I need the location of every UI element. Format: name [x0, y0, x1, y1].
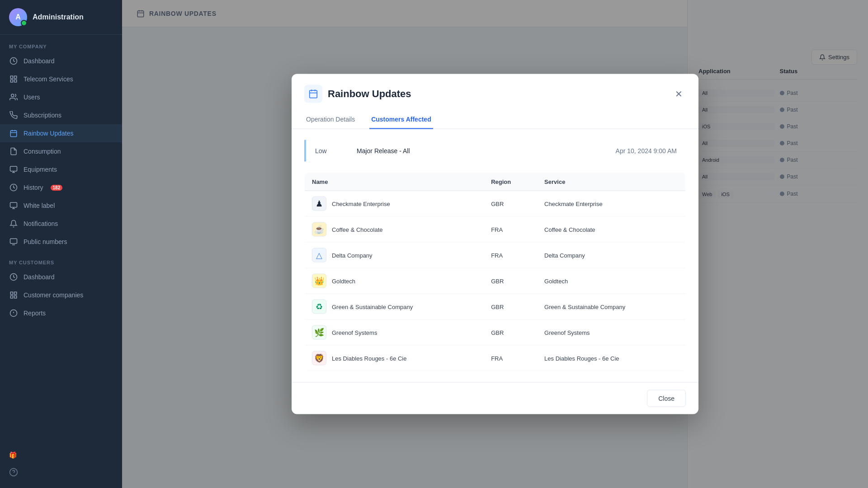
sidebar-item-label: Subscriptions [24, 112, 61, 119]
sidebar: A Administration MY COMPANY Dashboard Te… [0, 0, 122, 488]
my-customers-label: MY CUSTOMERS [0, 251, 122, 268]
sidebar-item-telecom[interactable]: Telecom Services [0, 70, 122, 88]
sidebar-item-label: Public numbers [24, 238, 67, 245]
gift-icon: 🎁 [9, 451, 17, 459]
sidebar-help[interactable] [9, 465, 113, 481]
table-row: ♟ Checkmate Enterprise GBR Checkmate Ent… [305, 191, 686, 216]
company-name: Checkmate Enterprise [332, 200, 390, 207]
main-content: RAINBOW UPDATES Settings Application Sta… [122, 0, 868, 488]
svg-rect-22 [10, 296, 13, 298]
tab-customers-affected[interactable]: Customers Affected [369, 110, 433, 129]
company-service: Greenof Systems [537, 319, 685, 345]
svg-rect-4 [14, 80, 17, 82]
company-service: Checkmate Enterprise [537, 191, 685, 216]
sidebar-item-white-label[interactable]: White label [0, 197, 122, 215]
table-row: 👑 Goldtech GBR Goldtech [305, 268, 686, 294]
sidebar-item-users[interactable]: Users [0, 88, 122, 106]
sidebar-item-label: Rainbow Updates [24, 130, 74, 137]
company-name: Delta Company [332, 252, 373, 258]
release-date-text: Apr 10, 2024 9:00 AM [616, 147, 677, 155]
svg-rect-14 [10, 202, 17, 207]
calendar-icon [308, 89, 318, 99]
table-row: 🌿 Greenof Systems GBR Greenof Systems [305, 319, 686, 345]
table-header: Name Region Service [305, 173, 686, 191]
sidebar-item-reports[interactable]: Reports [0, 304, 122, 322]
sidebar-item-cust-dashboard[interactable]: Dashboard [0, 268, 122, 286]
sidebar-item-history[interactable]: History 182 [0, 178, 122, 197]
avatar: A [9, 8, 27, 26]
company-cell: ♻ Green & Sustainable Company [312, 300, 476, 314]
svg-rect-10 [10, 166, 17, 171]
company-cell: ☕ Coffee & Chocolate [312, 222, 476, 237]
col-region: Region [484, 173, 537, 191]
users-icon [9, 93, 18, 102]
modal-icon-box [304, 85, 322, 103]
companies-icon [9, 291, 18, 300]
sidebar-item-label: White label [24, 202, 55, 209]
sidebar-item-subscriptions[interactable]: Subscriptions [0, 106, 122, 124]
tab-operation-details[interactable]: Operation Details [304, 110, 357, 129]
avatar-status-badge [21, 20, 27, 26]
company-cell: 🦁 Les Diables Rouges - 6e Cie [312, 351, 476, 366]
company-service: Green & Sustainable Company [537, 294, 685, 319]
notifications-icon [9, 219, 18, 228]
svg-rect-1 [10, 76, 13, 78]
company-logo: △ [312, 248, 326, 263]
sidebar-item-consumption[interactable]: Consumption [0, 142, 122, 160]
table-row: ☕ Coffee & Chocolate FRA Coffee & Chocol… [305, 216, 686, 242]
modal-footer: Close [292, 382, 698, 414]
modal-close-button[interactable]: ✕ [671, 87, 686, 101]
company-region: FRA [484, 345, 537, 371]
table-row: △ Delta Company FRA Delta Company [305, 242, 686, 268]
equipments-icon [9, 165, 18, 174]
svg-rect-3 [10, 80, 13, 82]
white-label-icon [9, 201, 18, 210]
my-company-label: MY COMPANY [0, 35, 122, 52]
sidebar-item-customer-companies[interactable]: Customer companies [0, 286, 122, 304]
table-row: ♻ Green & Sustainable Company GBR Green … [305, 294, 686, 319]
col-name: Name [305, 173, 484, 191]
company-service: Goldtech [537, 268, 685, 294]
sidebar-gift[interactable]: 🎁 [9, 449, 113, 461]
sidebar-bottom: 🎁 [0, 441, 122, 488]
company-service: Coffee & Chocolate [537, 216, 685, 242]
help-icon [9, 468, 18, 478]
history-icon [9, 183, 18, 192]
chart-icon [9, 272, 18, 282]
sidebar-title: Administration [33, 13, 84, 21]
sidebar-item-label: Customer companies [24, 291, 83, 299]
company-cell: △ Delta Company [312, 248, 476, 263]
company-service: Delta Company [537, 242, 685, 268]
modal-tabs: Operation Details Customers Affected [292, 110, 698, 129]
sidebar-item-label: Reports [24, 310, 46, 317]
company-logo: ♟ [312, 197, 326, 211]
sidebar-item-notifications[interactable]: Notifications [0, 215, 122, 233]
company-name: Green & Sustainable Company [332, 303, 413, 310]
svg-rect-21 [14, 292, 17, 294]
sidebar-item-public-numbers[interactable]: Public numbers [0, 233, 122, 251]
sidebar-header: A Administration [0, 0, 122, 35]
sidebar-item-label: Dashboard [24, 57, 55, 65]
consumption-icon [9, 147, 18, 156]
close-button[interactable]: Close [647, 390, 686, 407]
chart-icon [9, 56, 18, 66]
company-region: FRA [484, 242, 537, 268]
reports-icon [9, 309, 18, 318]
svg-rect-33 [310, 90, 317, 98]
release-type-text: Major Release - All [357, 147, 601, 155]
subscriptions-icon [9, 111, 18, 120]
sidebar-item-dashboard[interactable]: Dashboard [0, 52, 122, 70]
severity-text: Low [315, 147, 342, 155]
svg-rect-6 [10, 131, 17, 137]
company-name: Les Diables Rouges - 6e Cie [332, 355, 406, 361]
company-logo: 👑 [312, 274, 326, 288]
sidebar-item-label: Telecom Services [24, 75, 73, 83]
rainbow-updates-icon [9, 129, 18, 138]
company-name: Goldtech [332, 277, 355, 284]
sidebar-item-equipments[interactable]: Equipments [0, 160, 122, 178]
sidebar-item-label: Notifications [24, 220, 58, 227]
company-name: Coffee & Chocolate [332, 226, 383, 233]
company-cell: 🌿 Greenof Systems [312, 325, 476, 340]
company-cell: ♟ Checkmate Enterprise [312, 197, 476, 211]
sidebar-item-rainbow-updates[interactable]: Rainbow Updates [0, 124, 122, 142]
